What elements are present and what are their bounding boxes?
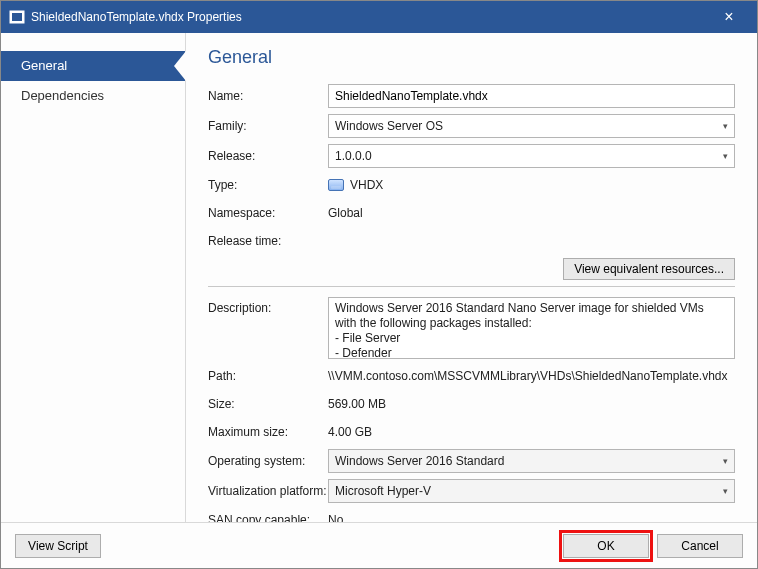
size-label: Size: (208, 397, 328, 411)
sidebar-item-label: Dependencies (21, 88, 104, 103)
chevron-down-icon: ▾ (723, 151, 728, 161)
namespace-value: Global (328, 206, 735, 220)
view-equivalent-resources-button[interactable]: View equivalent resources... (563, 258, 735, 280)
ok-button[interactable]: OK (563, 534, 649, 558)
release-time-label: Release time: (208, 234, 328, 248)
os-value: Windows Server 2016 Standard (335, 454, 504, 468)
dialog-body: General Dependencies General Name: Famil… (1, 33, 757, 522)
svg-rect-1 (12, 13, 22, 21)
virt-value: Microsoft Hyper-V (335, 484, 431, 498)
main-panel: General Name: Family: Windows Server OS … (186, 33, 757, 522)
sidebar-item-dependencies[interactable]: Dependencies (1, 81, 185, 111)
chevron-down-icon: ▾ (723, 486, 728, 496)
cancel-button[interactable]: Cancel (657, 534, 743, 558)
max-size-label: Maximum size: (208, 425, 328, 439)
release-value: 1.0.0.0 (335, 149, 372, 163)
virtualization-combobox[interactable]: Microsoft Hyper-V ▾ (328, 479, 735, 503)
name-input[interactable] (328, 84, 735, 108)
release-combobox[interactable]: 1.0.0.0 ▾ (328, 144, 735, 168)
family-label: Family: (208, 119, 328, 133)
vhdx-icon (328, 179, 344, 191)
type-value: VHDX (350, 178, 383, 192)
titlebar: ShieldedNanoTemplate.vhdx Properties × (1, 1, 757, 33)
name-label: Name: (208, 89, 328, 103)
page-title: General (208, 47, 735, 68)
san-label: SAN copy capable: (208, 513, 328, 522)
chevron-down-icon: ▾ (723, 121, 728, 131)
size-value: 569.00 MB (328, 397, 735, 411)
description-label: Description: (208, 297, 328, 315)
sidebar: General Dependencies (1, 33, 186, 522)
family-value: Windows Server OS (335, 119, 443, 133)
san-value: No (328, 513, 735, 522)
properties-dialog: ShieldedNanoTemplate.vhdx Properties × G… (0, 0, 758, 569)
family-combobox[interactable]: Windows Server OS ▾ (328, 114, 735, 138)
virt-label: Virtualization platform: (208, 484, 328, 498)
window-title: ShieldedNanoTemplate.vhdx Properties (31, 10, 709, 24)
path-label: Path: (208, 369, 328, 383)
os-combobox[interactable]: Windows Server 2016 Standard ▾ (328, 449, 735, 473)
path-value: \\VMM.contoso.com\MSSCVMMLibrary\VHDs\Sh… (328, 369, 735, 383)
sidebar-item-label: General (21, 58, 67, 73)
footer: View Script OK Cancel (1, 522, 757, 568)
form: Name: Family: Windows Server OS ▾ Releas… (208, 84, 735, 522)
divider (208, 286, 735, 287)
release-label: Release: (208, 149, 328, 163)
os-label: Operating system: (208, 454, 328, 468)
chevron-down-icon: ▾ (723, 456, 728, 466)
max-size-value: 4.00 GB (328, 425, 735, 439)
description-textarea[interactable]: Windows Server 2016 Standard Nano Server… (328, 297, 735, 359)
namespace-label: Namespace: (208, 206, 328, 220)
view-script-button[interactable]: View Script (15, 534, 101, 558)
type-label: Type: (208, 178, 328, 192)
app-icon (9, 9, 25, 25)
close-icon[interactable]: × (709, 8, 749, 26)
sidebar-item-general[interactable]: General (1, 51, 185, 81)
